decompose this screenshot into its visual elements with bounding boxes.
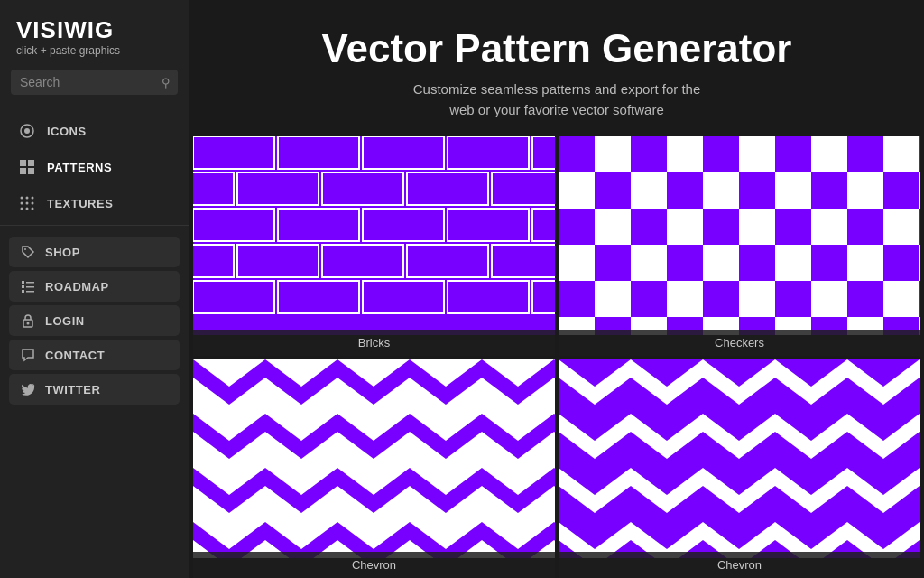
- tag-icon: [20, 244, 36, 260]
- svg-rect-36: [193, 136, 274, 169]
- list-icon: [20, 278, 36, 294]
- svg-rect-54: [448, 209, 529, 241]
- svg-point-1: [24, 128, 30, 134]
- logo-subtitle: click + paste graphics: [16, 44, 172, 57]
- svg-rect-38: [363, 136, 444, 169]
- page-title: Vector Pattern Generator: [208, 27, 906, 70]
- svg-rect-60: [322, 245, 403, 277]
- chat-icon: [20, 347, 36, 363]
- login-button[interactable]: LOGIN: [9, 305, 180, 336]
- svg-point-8: [32, 197, 34, 200]
- svg-rect-55: [532, 209, 555, 241]
- nav-section: ICONS PATTERNS: [0, 109, 189, 226]
- sidebar-item-icons[interactable]: ICONS: [0, 113, 189, 149]
- svg-point-11: [32, 202, 34, 205]
- login-label: LOGIN: [45, 314, 85, 328]
- svg-rect-69: [448, 281, 529, 313]
- bricks-label: Bricks: [193, 330, 555, 356]
- patterns-grid: Bricks Checkers: [189, 136, 924, 578]
- subtitle-line2: web or your favorite vector software: [449, 102, 664, 117]
- svg-rect-19: [26, 286, 34, 288]
- svg-point-6: [21, 197, 23, 200]
- shop-label: SHOP: [45, 246, 80, 259]
- search-input[interactable]: [11, 70, 178, 95]
- svg-rect-52: [278, 209, 359, 241]
- svg-rect-66: [193, 281, 274, 313]
- twitter-label: TWITTER: [45, 383, 100, 396]
- svg-rect-3: [28, 160, 34, 166]
- pattern-card-chevron1[interactable]: Chevron: [193, 359, 555, 578]
- main-content: Vector Pattern Generator Customize seaml…: [189, 0, 924, 578]
- svg-point-15: [24, 248, 26, 250]
- svg-point-13: [26, 208, 29, 210]
- roadmap-label: ROADMAP: [45, 280, 109, 294]
- svg-rect-21: [26, 291, 34, 293]
- svg-rect-17: [26, 282, 34, 284]
- contact-label: CONTACT: [45, 349, 105, 362]
- sidebar: VISIWIG click + paste graphics ⚲ ICONS: [0, 0, 189, 578]
- sidebar-item-textures[interactable]: TEXTURES: [0, 185, 189, 221]
- svg-rect-46: [407, 172, 488, 205]
- svg-rect-18: [22, 285, 24, 288]
- svg-rect-16: [22, 281, 24, 284]
- sidebar-buttons: SHOP ROADMAP: [0, 233, 189, 408]
- main-header: Vector Pattern Generator Customize seaml…: [189, 0, 924, 136]
- svg-rect-67: [278, 281, 359, 313]
- twitter-button[interactable]: TWITTER: [9, 374, 180, 405]
- svg-rect-37: [278, 136, 359, 169]
- checkers-label: Checkers: [559, 330, 920, 356]
- svg-rect-51: [193, 209, 274, 241]
- pattern-card-chevron2[interactable]: Chevron: [559, 359, 920, 578]
- svg-rect-76: [559, 136, 920, 335]
- svg-rect-58: [193, 245, 234, 277]
- svg-rect-40: [532, 136, 555, 169]
- sidebar-item-patterns[interactable]: PATTERNS: [0, 149, 189, 185]
- svg-point-7: [26, 197, 29, 200]
- svg-rect-79: [193, 359, 555, 558]
- search-container: ⚲: [11, 70, 178, 95]
- shop-button[interactable]: SHOP: [9, 237, 180, 267]
- svg-rect-39: [448, 136, 529, 169]
- svg-point-9: [21, 202, 23, 205]
- icons-nav-icon: [18, 122, 36, 140]
- patterns-nav-label: PATTERNS: [47, 161, 112, 174]
- svg-rect-43: [193, 172, 234, 205]
- logo-area: VISIWIG click + paste graphics: [0, 0, 189, 70]
- subtitle-line1: Customize seamless patterns and export f…: [413, 81, 701, 97]
- svg-point-10: [26, 202, 29, 205]
- svg-rect-68: [363, 281, 444, 313]
- svg-rect-44: [237, 172, 319, 205]
- page-subtitle: Customize seamless patterns and export f…: [208, 79, 906, 120]
- pattern-card-bricks[interactable]: Bricks: [193, 136, 555, 355]
- svg-rect-4: [20, 168, 26, 174]
- pattern-card-checkers[interactable]: Checkers: [559, 136, 920, 355]
- logo-title: VISIWIG: [16, 16, 172, 44]
- svg-rect-61: [407, 245, 488, 277]
- svg-rect-82: [559, 359, 920, 558]
- svg-point-14: [32, 208, 34, 210]
- textures-nav-label: TEXTURES: [47, 197, 113, 210]
- svg-point-23: [27, 322, 30, 325]
- svg-rect-70: [532, 281, 555, 313]
- lock-icon: [20, 312, 36, 329]
- svg-rect-47: [492, 172, 555, 205]
- roadmap-button[interactable]: ROADMAP: [9, 271, 180, 302]
- svg-rect-5: [28, 168, 34, 174]
- twitter-icon: [20, 381, 36, 397]
- chevron1-label: Chevron: [193, 552, 555, 578]
- svg-rect-20: [22, 290, 24, 293]
- svg-rect-45: [322, 172, 403, 205]
- svg-rect-62: [492, 245, 555, 277]
- patterns-nav-icon: [18, 158, 36, 176]
- svg-point-12: [21, 208, 23, 210]
- icons-nav-label: ICONS: [47, 125, 87, 138]
- chevron2-label: Chevron: [559, 552, 920, 578]
- contact-button[interactable]: CONTACT: [9, 340, 180, 370]
- textures-nav-icon: [18, 194, 36, 212]
- svg-rect-2: [20, 160, 26, 166]
- svg-rect-59: [237, 245, 319, 277]
- svg-rect-53: [363, 209, 444, 241]
